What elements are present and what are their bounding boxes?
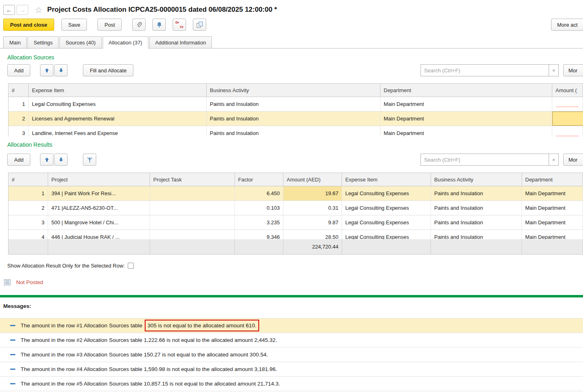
factor-cell[interactable]: 3.235 (235, 215, 283, 230)
business-activity-cell[interactable]: Paints and Insulation (431, 230, 522, 239)
row-number-cell[interactable]: 2 (8, 201, 48, 215)
show-only-selected-checkbox[interactable] (128, 263, 134, 269)
results-add-button[interactable]: Add (7, 154, 30, 166)
column-header-department[interactable]: Department (522, 173, 583, 186)
business-activity-cell[interactable]: Paints and Insulation (431, 201, 522, 215)
factor-cell[interactable]: 0.103 (235, 201, 283, 215)
project-task-cell[interactable] (150, 215, 235, 230)
sources-search-clear-icon[interactable]: × (549, 64, 559, 76)
table-row[interactable]: 2 Licenses and Agreements Renewal Paints… (8, 112, 583, 126)
tab-sources[interactable]: Sources (40) (59, 36, 101, 48)
project-cell[interactable]: 500 | Mangrove Hotel / Chi... (48, 215, 150, 230)
amount-cell[interactable] (552, 97, 583, 111)
department-cell[interactable]: Main Department (522, 201, 583, 215)
column-header-amount[interactable]: Amount (AED) (283, 173, 342, 186)
project-cell[interactable]: 394 | Paint Work For Resi... (48, 186, 150, 200)
amount-cell[interactable]: 0.31 (283, 201, 342, 215)
column-header-factor[interactable]: Factor (235, 173, 283, 186)
reminder-button[interactable] (152, 19, 166, 31)
row-number-cell[interactable]: 1 (8, 97, 29, 111)
sources-move-down-button[interactable] (54, 64, 68, 76)
factor-cell[interactable]: 6.450 (235, 186, 283, 200)
expense-item-cell[interactable]: Legal Consulting Expenses (342, 201, 431, 215)
column-header-project-task[interactable]: Project Task (150, 173, 235, 186)
department-cell[interactable]: Main Department (522, 230, 583, 239)
expense-item-cell[interactable]: Legal Consulting Expenses (29, 97, 207, 111)
related-documents-button[interactable] (193, 19, 206, 31)
row-number-cell[interactable]: 2 (8, 112, 29, 126)
expense-item-cell[interactable]: Legal Consulting Expenses (342, 186, 431, 200)
message-item[interactable]: The amount in the row #2 Allocation Sour… (0, 333, 583, 348)
dr-cr-postings-button[interactable]: Dr Cr (173, 19, 186, 31)
post-button[interactable]: Post (97, 19, 122, 31)
results-search-clear-icon[interactable]: × (549, 154, 559, 166)
results-more-button[interactable]: Mor (563, 154, 583, 166)
table-row[interactable]: 2 471 |ALEZZ-AN5-6230-OT... 0.103 0.31 L… (8, 201, 583, 215)
back-button[interactable]: ← (3, 5, 15, 15)
row-number-cell[interactable]: 1 (8, 186, 48, 200)
message-item[interactable]: The amount in the row #5 Allocation Sour… (0, 377, 583, 391)
forward-button[interactable]: → (17, 5, 28, 15)
fill-and-allocate-button[interactable]: Fill and Allocate (83, 64, 133, 76)
expense-item-cell[interactable]: Legal Consulting Expenses (342, 230, 431, 239)
tab-main[interactable]: Main (3, 36, 27, 48)
column-header-amount[interactable]: Amount ( (552, 84, 583, 97)
expense-item-cell[interactable]: Licenses and Agreements Renewal (29, 112, 207, 126)
save-button[interactable]: Save (61, 19, 87, 31)
business-activity-cell[interactable]: Paints and Insulation (431, 186, 522, 200)
message-item[interactable]: The amount in the row #1 Allocation Sour… (0, 318, 583, 333)
department-cell[interactable]: Main Department (522, 215, 583, 230)
amount-cell[interactable]: 28.50 (283, 230, 342, 239)
sources-move-up-button[interactable] (40, 64, 53, 76)
project-task-cell[interactable] (150, 230, 235, 239)
amount-cell-editing[interactable] (552, 112, 583, 126)
results-move-up-button[interactable] (40, 154, 53, 166)
tab-additional-information[interactable]: Additional Information (149, 36, 212, 48)
business-activity-cell[interactable]: Paints and Insulation (431, 215, 522, 230)
business-activity-cell[interactable]: Paints and Insulation (207, 97, 380, 111)
department-cell[interactable]: Main Department (380, 112, 552, 126)
department-cell[interactable]: Main Department (380, 97, 552, 111)
project-cell[interactable]: 446 | Judicial House RAK / ... (48, 230, 150, 239)
column-header-business-activity[interactable]: Business Activity (431, 173, 522, 186)
message-item[interactable]: The amount in the row #4 Allocation Sour… (0, 362, 583, 377)
column-header-number[interactable]: # (8, 173, 48, 186)
department-cell[interactable]: Main Department (522, 186, 583, 200)
factor-cell[interactable]: 9.346 (235, 230, 283, 239)
column-header-project[interactable]: Project (48, 173, 150, 186)
attachments-button[interactable] (132, 19, 146, 31)
results-search-input[interactable] (420, 154, 549, 166)
column-header-expense-item[interactable]: Expense Item (29, 84, 207, 97)
project-task-cell[interactable] (150, 186, 235, 200)
sources-more-button[interactable]: Mor (563, 64, 583, 76)
amount-cell[interactable]: 19.67 (283, 186, 342, 200)
project-cell[interactable]: 471 |ALEZZ-AN5-6230-OT... (48, 201, 150, 215)
tab-settings[interactable]: Settings (27, 36, 59, 48)
message-item[interactable]: The amount in the row #3 Allocation Sour… (0, 348, 583, 362)
post-and-close-button[interactable]: Post and close (3, 19, 54, 31)
department-cell[interactable]: Main Department (380, 126, 552, 137)
expense-item-cell[interactable]: Landline, Internet Fees and Expense (29, 126, 207, 137)
business-activity-cell[interactable]: Paints and Insulation (207, 126, 380, 137)
table-row[interactable]: 4 446 | Judicial House RAK / ... 9.346 2… (8, 230, 583, 239)
column-header-number[interactable]: # (8, 84, 29, 97)
amount-cell[interactable] (552, 126, 583, 137)
column-header-department[interactable]: Department (380, 84, 552, 97)
business-activity-cell[interactable]: Paints and Insulation (207, 112, 380, 126)
project-task-cell[interactable] (150, 201, 235, 215)
amount-cell[interactable]: 9.87 (283, 215, 342, 230)
column-header-expense-item[interactable]: Expense Item (342, 173, 431, 186)
table-row[interactable]: 3 500 | Mangrove Hotel / Chi... 3.235 9.… (8, 215, 583, 230)
expense-item-cell[interactable]: Legal Consulting Expenses (342, 215, 431, 230)
allocate-button[interactable] (83, 154, 96, 166)
tab-allocation[interactable]: Allocation (37) (103, 36, 148, 48)
row-number-cell[interactable]: 3 (8, 215, 48, 230)
column-header-business-activity[interactable]: Business Activity (207, 84, 380, 97)
sources-search-input[interactable] (420, 64, 549, 76)
table-row[interactable]: 1 Legal Consulting Expenses Paints and I… (8, 97, 583, 112)
favorite-star-icon[interactable]: ☆ (35, 6, 42, 14)
more-actions-button[interactable]: More act (551, 19, 583, 31)
results-move-down-button[interactable] (54, 154, 68, 166)
sources-add-button[interactable]: Add (7, 64, 30, 76)
table-row[interactable]: 1 394 | Paint Work For Resi... 6.450 19.… (8, 186, 583, 201)
